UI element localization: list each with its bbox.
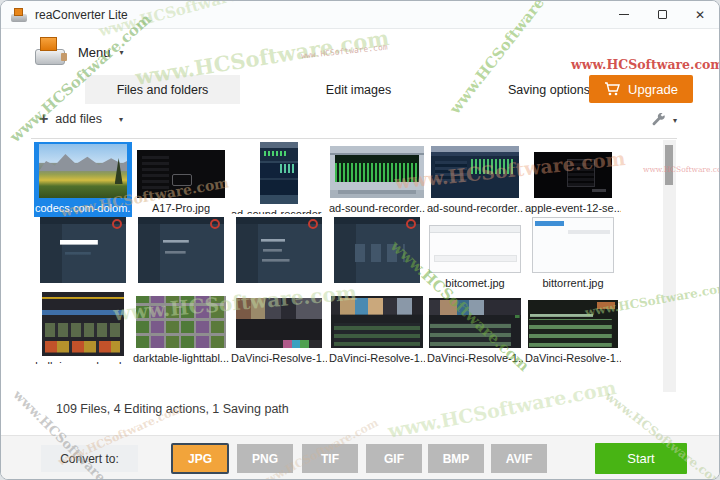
plus-icon: + [39,111,48,127]
file-name: bandicam-image.jpg [133,287,229,289]
file-thumbnail [42,292,124,356]
file-name: codecs.com-dolom... [35,202,131,214]
app-icon [11,8,27,22]
scrollbar[interactable] [663,140,676,392]
file-name: apple-event-12-se... [525,202,621,214]
file-item[interactable]: bitcomet.jpg [426,217,524,292]
tab-bar: Files and folders Edit images Saving opt… [85,75,619,104]
file-thumbnail [260,142,298,204]
file-name: ad-sound-recorder... [427,202,523,214]
file-thumbnail [528,300,618,348]
tab-edit-images[interactable]: Edit images [291,75,426,104]
maximize-button[interactable] [643,1,681,28]
format-button-tif[interactable]: TIF [302,444,358,473]
minimize-icon [619,14,629,15]
file-thumbnail [331,296,423,348]
file-item[interactable]: darktable-lighttabl... [132,292,230,367]
file-item[interactable]: ad-sound-recorder... [230,142,328,217]
file-item[interactable]: bandicam.jpg [328,217,426,292]
file-item[interactable]: bittorrent.jpg [524,217,622,292]
file-name: bandicam.jpg [344,287,409,289]
bottom-bar: Convert to: JPG PNG TIF GIF BMP AVIF Sta… [1,435,719,479]
file-name: DaVinci-Resolve-1... [427,352,523,364]
convert-to-label: Convert to: [41,445,138,472]
file-thumbnail [330,146,424,198]
watermark: www.HCSoftware.com [301,42,388,60]
menu-app-icon [35,37,69,67]
chevron-down-icon[interactable]: ▾ [119,115,123,124]
menu-button[interactable]: Menu ▾ [35,33,124,71]
upgrade-button[interactable]: Upgrade [589,75,693,103]
file-name: DaVinci-Resolve-1... [525,352,621,364]
format-button-png[interactable]: PNG [237,444,293,473]
add-files-label: add files [55,112,102,126]
status-text: 109 Files, 4 Editing actions, 1 Saving p… [56,402,289,416]
cart-icon [604,82,620,96]
format-button-avif[interactable]: AVIF [491,444,547,473]
file-item[interactable]: DaVinci-Resolve-1... [328,292,426,367]
file-name: bandicam-general.... [35,287,131,289]
close-icon: ✕ [695,8,705,22]
file-item[interactable]: apple-event-12-se... [524,142,622,217]
tab-files-and-folders[interactable]: Files and folders [85,75,240,104]
format-button-bmp[interactable]: BMP [428,444,484,473]
file-item[interactable]: ad-sound-recorder... [426,142,524,217]
file-item[interactable]: DaVinci-Resolve-1... [524,292,622,367]
close-button[interactable]: ✕ [681,1,719,28]
chevron-down-icon: ▾ [120,48,124,57]
file-thumbnail [137,150,225,198]
add-files-button[interactable]: + add files ▾ [39,111,123,127]
minimize-button[interactable] [605,1,643,28]
file-name: darktable-lighttabl... [133,352,229,364]
file-name: DaVinci-Resolve-1... [231,352,327,364]
titlebar: reaConverter Lite ✕ [1,1,719,29]
file-thumbnail [334,217,420,283]
file-thumbnail [39,144,127,198]
upgrade-label: Upgrade [628,82,678,97]
chevron-down-icon[interactable]: ▾ [673,116,677,125]
file-item[interactable]: DaVinci-Resolve-1... [230,292,328,367]
file-item[interactable]: bandicam-image.jpg [132,217,230,292]
maximize-icon [658,10,667,19]
watermark: www.HCSoftware.com [571,57,720,72]
window-title: reaConverter Lite [35,8,128,22]
watermark: www.HCSoftware.com [386,376,618,442]
file-name: DaVinci-Resolve-1... [329,352,425,364]
file-item[interactable]: ad-sound-recorder... [328,142,426,217]
format-button-jpg[interactable]: JPG [171,443,229,474]
watermark: www.HCSoftware.com [643,165,720,174]
file-thumbnail [532,217,614,273]
file-item[interactable]: codecs.com-dolom... [34,142,132,217]
file-name: A17-Pro.jpg [152,202,210,214]
file-name: bitcomet.jpg [445,277,504,289]
file-thumbnail [429,225,521,273]
start-button[interactable]: Start [595,443,687,474]
file-item[interactable]: bandicam-video.jpg [230,217,328,292]
file-thumbnail [534,152,612,198]
app-window: www.HCSoftware.com www.HCSoftware.com ww… [0,0,720,480]
toolbar: + add files ▾ ▾ [1,107,719,137]
file-thumbnail [236,298,322,348]
divider [31,138,677,139]
format-button-gif[interactable]: GIF [366,444,422,473]
file-name: ad-sound-recorder... [329,202,425,214]
file-thumbnail [431,146,519,198]
file-name: bittorrent.jpg [542,277,603,289]
file-item[interactable]: DaVinci-Resolve-1... [426,292,524,367]
menu-label: Menu [78,45,111,60]
file-name: bandicam-video.jpg [231,287,326,289]
file-grid: codecs.com-dolom... A17-Pro.jpg ad-sound… [34,142,622,367]
file-name: bulk-image-downl... [35,360,130,364]
file-thumbnail [136,296,226,348]
file-thumbnail [138,217,224,283]
file-item[interactable]: A17-Pro.jpg [132,142,230,217]
file-thumbnail [236,217,322,283]
file-item[interactable]: bulk-image-downl... [34,292,132,367]
scrollbar-thumb[interactable] [665,145,673,185]
file-item[interactable]: bandicam-general.... [34,217,132,292]
wrench-icon[interactable] [651,113,667,128]
file-name: ad-sound-recorder... [231,208,327,214]
file-thumbnail [40,217,126,283]
file-thumbnail [429,298,521,348]
